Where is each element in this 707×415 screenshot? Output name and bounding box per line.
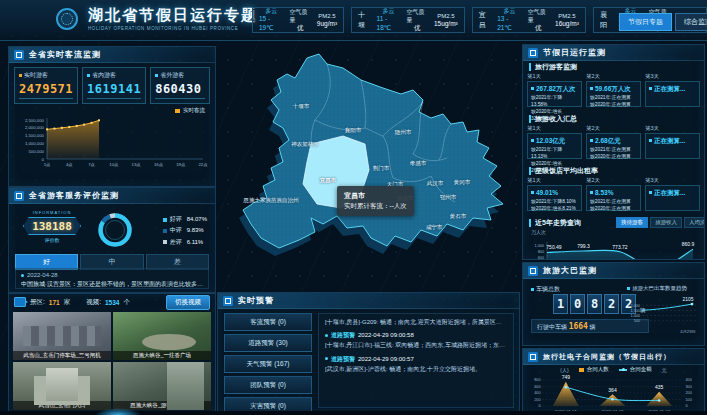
bus-total-label: 车辆总数 xyxy=(531,285,560,294)
trend-tab-percapita[interactable]: 人均消费 xyxy=(684,217,705,228)
video-thumbnail[interactable]: 恩施大峡谷_一炷香广场 xyxy=(113,312,211,360)
map-city-label[interactable]: 十堰市 xyxy=(293,103,310,110)
map-city-label[interactable]: 鄂州市 xyxy=(440,194,457,201)
alert-text: [十堰市,房县]-G209: 畅通；南向北,迎宾大道附近拥堵，所属景区：房县观音… xyxy=(325,317,507,327)
map-tooltip: 宜昌市 实时累计客流：--人次 xyxy=(337,186,414,216)
svg-text:200: 200 xyxy=(534,398,540,402)
day-label: 第3天 xyxy=(645,73,700,80)
day-label: 第3天 xyxy=(645,125,700,132)
panel-title-bar: 节假日运行监测 xyxy=(523,45,704,61)
legend-swatch xyxy=(163,218,167,222)
svg-text:1点: 1点 xyxy=(44,162,51,167)
bullet-icon xyxy=(531,191,534,194)
aqi-value: 优 xyxy=(297,24,304,33)
video-thumbnail[interactable]: 武当山_玄岳门入口 xyxy=(13,362,111,410)
bullet-icon xyxy=(531,87,534,90)
stat-label: 省内游客 xyxy=(92,71,116,80)
alert-time: 2022-04-29 09:00:57 xyxy=(358,354,414,364)
weather-card: 宜昌 多云13 - 21℃ 空气质量优 PM2.516ug/m³ xyxy=(472,7,586,33)
header: 湖北省节假日运行专题 HOLIDAY OPERATION MONITORING … xyxy=(0,0,707,41)
map-city-label[interactable]: 黄石市 xyxy=(450,213,467,220)
map-city-label[interactable]: 咸宁市 xyxy=(426,224,443,231)
stat-label: 省外游客 xyxy=(160,71,184,80)
bullet-icon xyxy=(649,191,652,194)
day-box: 正在测算... xyxy=(645,133,700,159)
map-city-label[interactable]: 黄冈市 xyxy=(454,179,471,186)
alert-tab-road[interactable]: 道路预警 (30) xyxy=(224,334,312,352)
pm-value: 9ug/m³ xyxy=(317,20,337,29)
weather-temp: 13 - 21℃ xyxy=(497,15,521,33)
video-caption: 恩施大峡谷_一炷香广场 xyxy=(113,351,211,360)
review-list: 2022-04-28 中国旅城·汉宫景区：景区还是很不错的，景区里面的表演也比较… xyxy=(15,268,209,289)
switch-video-button[interactable]: 切换视频 xyxy=(166,295,210,310)
day-line: 较2020年:增长8.21% xyxy=(531,205,578,212)
map-city-label[interactable]: 恩施土家族苗族自治州 xyxy=(244,197,299,204)
map-city-label[interactable]: 孝感市 xyxy=(410,160,427,167)
svg-text:799.3: 799.3 xyxy=(577,243,590,249)
nav-general-button[interactable]: 综合监测 xyxy=(675,13,707,31)
pm-label: PM2.5 xyxy=(437,12,454,20)
day-value: 8.53% xyxy=(595,188,613,198)
pm-value: 15ug/m³ xyxy=(434,20,458,29)
hubei-map[interactable]: 十堰市神农架林区襄阳市随州市荆门市宜昌市恩施土家族苗族自治州天门市仙桃市孝感市武… xyxy=(215,40,522,290)
stat-value: 860430 xyxy=(155,82,205,99)
alert-tab-flow[interactable]: 客流预警 (0) xyxy=(224,313,312,331)
section-title: 近5年走势查询 xyxy=(529,219,581,227)
weather-cond: 多云 xyxy=(383,7,395,15)
map-city-label[interactable]: 随州市 xyxy=(395,129,412,136)
trend-tab-visitors[interactable]: 接待游客 xyxy=(616,217,648,228)
alert-tab-team[interactable]: 团队预警 (0) xyxy=(224,376,312,394)
svg-text:435: 435 xyxy=(655,384,664,390)
panel-title-bar: 旅行社电子合同监测（节假日出行） xyxy=(523,349,704,365)
legend-swatch xyxy=(175,109,180,113)
panel-title-bar: 全省游客服务评价监测 xyxy=(9,188,215,204)
nav-holiday-button[interactable]: 节假日专题 xyxy=(619,13,672,31)
legend-value: 9.83% xyxy=(187,225,204,236)
flip-digit: 2 xyxy=(604,294,619,314)
day-boxes: 12.03亿元 较2021年:下降13.13% 较2020年:增长26.27% … xyxy=(527,133,700,159)
day-line: 较2021年:正在测算 xyxy=(590,198,637,205)
svg-text:750.49: 750.49 xyxy=(546,244,562,250)
svg-text:800: 800 xyxy=(538,250,544,254)
video-thumbnail[interactable]: 恩施大峡谷_游客中心闸机 xyxy=(113,362,211,410)
day-label: 第3天 xyxy=(645,177,700,184)
bullet-icon xyxy=(627,287,630,290)
evaluation-badge: INFORMATION 138188 评价数 xyxy=(19,210,85,243)
grid-icon xyxy=(14,191,24,201)
day-box: 49.01% 较2021年:下降8.10% 较2020年:增长8.21% xyxy=(527,185,582,211)
bullet-icon xyxy=(531,139,534,142)
five-year-trend-chart: 02004006008001,000750.49799.3773.72201.5… xyxy=(523,235,704,260)
review-item: 2022-04-28 中国旅城·汉宫景区：景区还是很不错的，景区里面的表演也比较… xyxy=(21,271,203,289)
day-line: 较2021年:正在测算 xyxy=(590,146,637,153)
panel-title-bar: 旅游大巴监测 xyxy=(523,263,704,279)
map-city-label[interactable]: 襄阳市 xyxy=(345,127,362,134)
aqi-value: 优 xyxy=(535,24,542,33)
video-thumbnail[interactable]: 武当山_玄岳门停车场_三号闸机 xyxy=(13,312,111,360)
map-city-label[interactable]: 宜昌市 xyxy=(320,177,337,184)
day-line: 较2021年:下降8.10% xyxy=(531,198,578,205)
stat-cards: 实时游客 2479571 省内游客 1619141 省外游客 860430 xyxy=(14,67,210,104)
alert-tab-weather[interactable]: 天气预警 (167) xyxy=(224,355,312,373)
map-city-label[interactable]: 荆门市 xyxy=(373,165,390,172)
svg-text:1,500: 1,500 xyxy=(630,309,640,313)
dot-icon xyxy=(325,357,328,360)
running-unit: 辆 xyxy=(590,324,596,330)
day-boxes: 49.01% 较2021年:下降8.10% 较2020年:增长8.21% 8.5… xyxy=(527,185,700,211)
svg-text:749: 749 xyxy=(562,374,571,380)
flip-digit: 0 xyxy=(570,294,585,314)
panel-video: 景区: 171 家 视频: 1534 个 切换视频 武当山_玄岳门停车场_三号闸… xyxy=(8,293,216,414)
flip-digit: 8 xyxy=(587,294,602,314)
trend-tab-income[interactable]: 旅游收入 xyxy=(650,217,682,228)
bullet-icon xyxy=(649,87,652,90)
day-line: 较2021年:正在测算 xyxy=(590,94,637,101)
running-label: 行驶中车辆 xyxy=(537,324,567,330)
review-text: 中国旅城·汉宫景区：景区还是很不错的，景区里面的表演也比较多，以汉文化… xyxy=(21,280,203,289)
tooltip-city: 宜昌市 xyxy=(344,190,407,201)
map-city-label[interactable]: 武汉市 xyxy=(427,180,444,187)
legend-swatch xyxy=(163,229,167,233)
section-title: 星级饭店平均出租率 xyxy=(529,167,598,175)
contract-icon xyxy=(528,352,538,362)
panel-title: 实时预警 xyxy=(238,295,274,306)
map-city-label[interactable]: 神农架林区 xyxy=(291,141,319,148)
tooltip-text: 实时累计客流：--人次 xyxy=(344,201,407,211)
